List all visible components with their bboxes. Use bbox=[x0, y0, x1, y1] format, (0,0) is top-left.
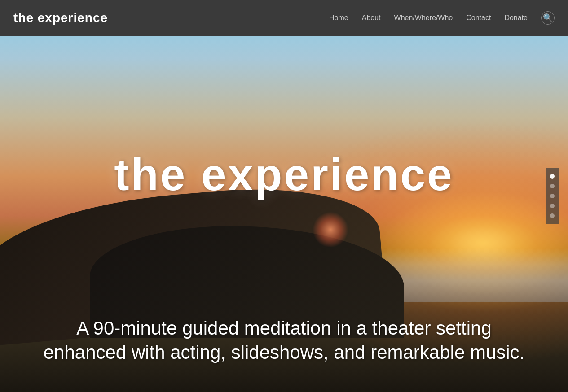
nav-donate[interactable]: Donate bbox=[504, 14, 528, 22]
main-nav: Home About When/Where/Who Contact Donate… bbox=[329, 11, 555, 25]
nav-home[interactable]: Home bbox=[329, 14, 348, 22]
site-header: the experience Home About When/Where/Who… bbox=[0, 0, 568, 36]
slide-dot-1[interactable] bbox=[550, 184, 555, 188]
slide-dot-2[interactable] bbox=[550, 194, 555, 198]
nav-contact[interactable]: Contact bbox=[466, 14, 491, 22]
search-icon[interactable]: 🔍 bbox=[541, 11, 555, 25]
slide-dot-3[interactable] bbox=[550, 204, 555, 208]
nav-about[interactable]: About bbox=[362, 14, 381, 22]
nav-when-where-who[interactable]: When/Where/Who bbox=[394, 14, 453, 22]
hero-title: the experience bbox=[114, 149, 454, 200]
slide-dot-4[interactable] bbox=[550, 213, 555, 218]
slide-dot-0[interactable] bbox=[550, 174, 555, 179]
hero-subtitle: A 90-minute guided meditation in a theat… bbox=[37, 316, 531, 365]
hero-section: the experience A 90-minute guided medita… bbox=[0, 0, 568, 392]
slide-dots-panel bbox=[546, 168, 559, 224]
site-logo[interactable]: the experience bbox=[13, 11, 108, 25]
